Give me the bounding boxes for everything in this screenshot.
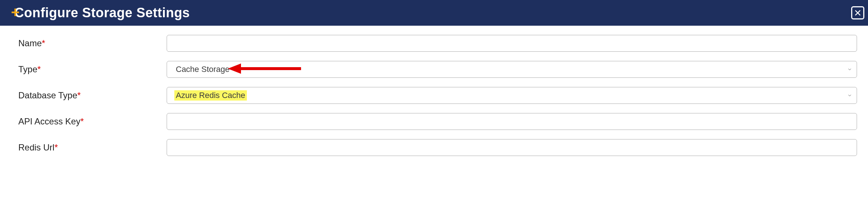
row-redis-url: Redis Url* (18, 139, 857, 156)
database-type-selected-value: Azure Redis Cache (174, 90, 247, 101)
control-database-type: Azure Redis Cache (167, 87, 857, 104)
chevron-down-icon (847, 91, 852, 100)
row-database-type: Database Type* Azure Redis Cache (18, 87, 857, 104)
control-name (167, 35, 857, 52)
control-type: Cache Storage (167, 61, 857, 78)
label-type: Type* (18, 64, 167, 75)
redis-url-input[interactable] (167, 139, 857, 156)
database-type-select[interactable]: Azure Redis Cache (167, 87, 857, 104)
required-marker: * (80, 116, 84, 126)
chevron-down-icon (847, 65, 852, 74)
label-api-access-key: API Access Key* (18, 116, 167, 127)
form-area: Name* Type* Cache Storage (0, 26, 868, 156)
close-button[interactable] (851, 6, 864, 19)
label-api-access-key-text: API Access Key (18, 116, 80, 126)
name-input[interactable] (167, 35, 857, 52)
required-marker: * (42, 38, 45, 48)
close-icon (854, 9, 861, 17)
label-database-type-text: Database Type (18, 90, 77, 100)
required-marker: * (77, 90, 81, 100)
row-name: Name* (18, 35, 857, 52)
type-select[interactable]: Cache Storage (167, 61, 857, 78)
control-api-access-key (167, 113, 857, 130)
dialog-header: + Configure Storage Settings (0, 0, 868, 26)
api-access-key-input[interactable] (167, 113, 857, 130)
row-type: Type* Cache Storage (18, 61, 857, 78)
label-database-type: Database Type* (18, 90, 167, 101)
label-redis-url-text: Redis Url (18, 142, 55, 152)
row-api-access-key: API Access Key* (18, 113, 857, 130)
type-selected-value: Cache Storage (176, 65, 230, 74)
required-marker: * (37, 64, 41, 74)
dialog-title: Configure Storage Settings (14, 5, 190, 21)
label-type-text: Type (18, 64, 37, 74)
plus-icon: + (11, 5, 19, 19)
control-redis-url (167, 139, 857, 156)
label-name-text: Name (18, 38, 42, 48)
required-marker: * (55, 142, 58, 152)
label-redis-url: Redis Url* (18, 142, 167, 153)
label-name: Name* (18, 38, 167, 48)
